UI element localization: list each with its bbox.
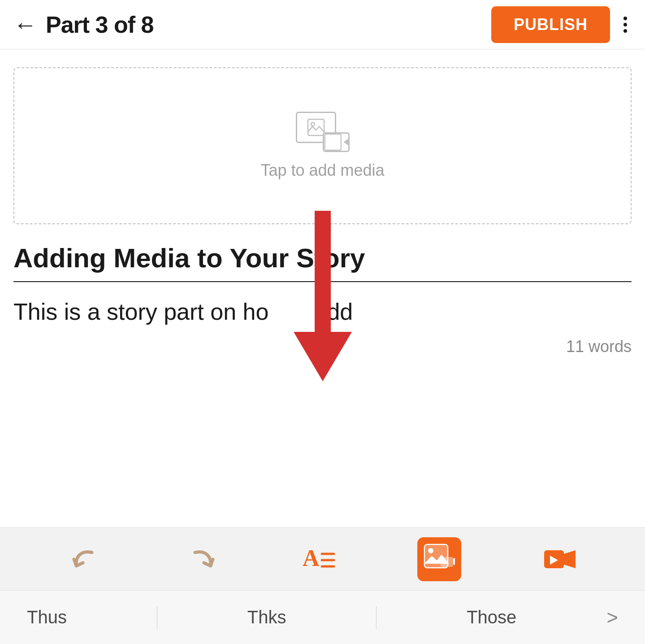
media-tap-label: Tap to add media xyxy=(260,161,384,180)
svg-rect-4 xyxy=(315,211,331,336)
redo-button[interactable] xyxy=(184,541,220,577)
dot3 xyxy=(623,29,627,33)
add-media-button[interactable] xyxy=(417,537,461,581)
autocorrect-word-3[interactable]: Those xyxy=(467,607,516,627)
autocorrect-word-2[interactable]: Thks xyxy=(247,607,286,627)
svg-marker-14 xyxy=(453,556,455,567)
svg-rect-13 xyxy=(441,557,453,567)
svg-point-1 xyxy=(311,122,315,126)
svg-rect-2 xyxy=(325,134,341,150)
add-video-button[interactable] xyxy=(542,541,578,577)
more-options-button[interactable] xyxy=(619,12,632,37)
dot1 xyxy=(623,17,627,20)
svg-marker-5 xyxy=(294,332,352,381)
svg-marker-3 xyxy=(343,139,348,145)
autocorrect-word-1[interactable]: Thus xyxy=(27,607,67,627)
media-icon xyxy=(296,112,350,152)
autocorrect-chevron[interactable]: > xyxy=(606,606,618,629)
svg-rect-0 xyxy=(308,119,324,135)
media-upload-area[interactable]: Tap to add media xyxy=(13,67,632,224)
svg-marker-16 xyxy=(564,550,576,568)
page-title: Part 3 of 8 xyxy=(46,11,153,38)
svg-text:A: A xyxy=(303,545,320,571)
publish-button[interactable]: PUBLISH xyxy=(491,6,610,43)
header-right: PUBLISH xyxy=(491,6,632,43)
bottom-toolbar: A xyxy=(0,527,645,590)
dot2 xyxy=(623,23,627,26)
divider-1 xyxy=(157,606,157,629)
header: ← Part 3 of 8 PUBLISH xyxy=(0,0,645,49)
arrow-indicator xyxy=(294,211,352,383)
back-button[interactable]: ← xyxy=(13,13,37,36)
header-left: ← Part 3 of 8 xyxy=(13,11,153,38)
video-icon xyxy=(323,132,350,152)
autocorrect-bar: Thus Thks Those > xyxy=(0,590,645,644)
undo-button[interactable] xyxy=(67,541,103,577)
divider-2 xyxy=(376,606,377,629)
svg-point-12 xyxy=(428,548,433,553)
text-format-button[interactable]: A xyxy=(300,541,336,577)
